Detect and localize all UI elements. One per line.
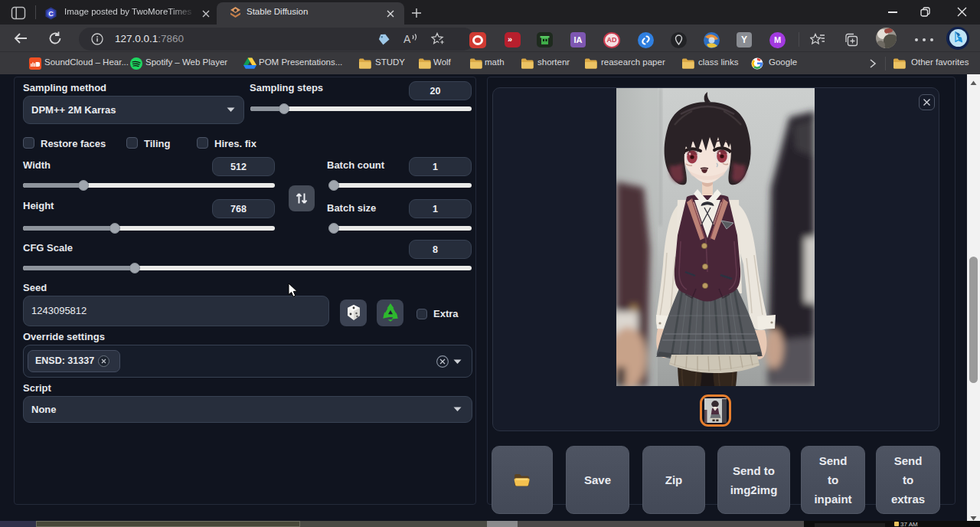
svg-text:C: C: [48, 10, 54, 18]
svg-text:A: A: [403, 33, 411, 45]
